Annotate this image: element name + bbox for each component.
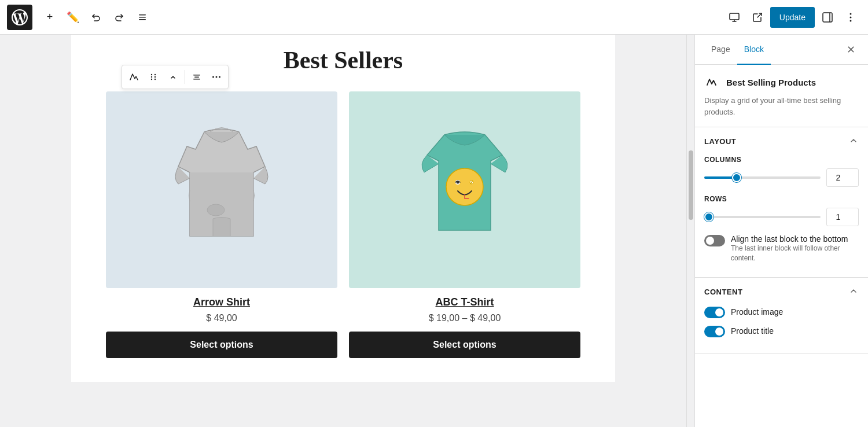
- rows-label: ROWS: [704, 195, 859, 203]
- main-area: Best Sellers: [0, 35, 868, 427]
- external-link-button[interactable]: [747, 7, 768, 28]
- product-image-hoodie: [106, 91, 337, 288]
- wp-logo[interactable]: [7, 5, 32, 30]
- svg-point-8: [151, 74, 152, 75]
- drag-handle-button[interactable]: [144, 68, 163, 86]
- block-desc: Display a grid of your all-time best sel…: [704, 95, 859, 117]
- block-more-button[interactable]: [207, 68, 226, 86]
- scrollbar-thumb: [689, 150, 693, 220]
- svg-point-5: [850, 13, 852, 14]
- undo-button[interactable]: [86, 7, 106, 28]
- columns-number-input[interactable]: 2: [826, 168, 859, 187]
- rows-number-input[interactable]: 1: [826, 208, 859, 226]
- product-image-label: Product image: [731, 307, 783, 316]
- align-toggle-row: Align the last block to the bottom The l…: [704, 234, 859, 263]
- svg-point-6: [850, 16, 852, 18]
- rows-slider-track: [704, 216, 821, 218]
- align-toggle[interactable]: [704, 235, 725, 246]
- add-block-button[interactable]: +: [39, 7, 60, 28]
- align-toggle-sublabel: The last inner block will follow other c…: [731, 244, 859, 263]
- layout-collapse-icon: [848, 135, 859, 148]
- pen-tool-button[interactable]: ✏️: [62, 7, 83, 28]
- editor-area: Best Sellers: [0, 35, 686, 427]
- svg-rect-1: [139, 17, 146, 18]
- svg-point-19: [219, 76, 220, 78]
- product-title-toggle[interactable]: [704, 326, 725, 337]
- rows-slider-row: 1: [704, 208, 859, 226]
- columns-slider-row: 2: [704, 168, 859, 187]
- svg-rect-4: [823, 13, 832, 22]
- svg-point-18: [216, 76, 218, 78]
- svg-point-12: [155, 76, 156, 78]
- more-options-button[interactable]: [840, 7, 861, 28]
- product-image-toggle-slider: [704, 307, 725, 318]
- panel-close-button[interactable]: ✕: [843, 42, 859, 58]
- redo-button[interactable]: [109, 7, 130, 28]
- product-title-toggle-slider: [704, 326, 725, 337]
- align-label-wrap: Align the last block to the bottom The l…: [731, 234, 859, 263]
- svg-point-10: [151, 79, 152, 80]
- product-card: ABC T-Shirt $ 19,00 – $ 49,00 Select opt…: [349, 91, 580, 358]
- svg-point-21: [446, 168, 483, 205]
- block-title: Best Selling Products: [726, 78, 816, 87]
- right-panel: Page Block ✕ Best Selling Products Displ…: [694, 35, 868, 427]
- content-collapse-icon: [848, 286, 859, 298]
- svg-rect-15: [194, 77, 199, 78]
- block-info-header: Best Selling Products: [704, 74, 859, 90]
- sidebar-toggle-button[interactable]: [817, 7, 838, 28]
- update-button[interactable]: Update: [770, 7, 815, 28]
- layout-section-title: Layout: [704, 137, 736, 146]
- product-price-1: $ 49,00: [206, 313, 237, 323]
- tab-block[interactable]: Block: [737, 35, 771, 65]
- product-title-1: Arrow Shirt: [193, 296, 250, 308]
- product-title-label: Product title: [731, 326, 774, 336]
- block-toolbar: [122, 65, 229, 89]
- svg-point-20: [207, 204, 225, 216]
- product-price-2: $ 19,00 – $ 49,00: [429, 313, 501, 323]
- tab-page[interactable]: Page: [704, 35, 737, 65]
- desktop-view-button[interactable]: [724, 7, 745, 28]
- select-options-btn-1[interactable]: Select options: [106, 332, 337, 358]
- columns-slider-wrap: [704, 172, 821, 183]
- columns-label: COLUMNS: [704, 156, 859, 164]
- content-section-title: Content: [704, 288, 742, 296]
- svg-point-17: [212, 76, 214, 78]
- block-type-button[interactable]: [124, 68, 143, 86]
- align-center-button[interactable]: [187, 68, 206, 86]
- product-image-row: Product image: [704, 306, 859, 318]
- content-section-header[interactable]: Content: [695, 278, 868, 306]
- products-grid: Arrow Shirt $ 49,00 Select options: [71, 80, 615, 370]
- product-title-row: Product title: [704, 325, 859, 337]
- svg-rect-2: [139, 19, 146, 20]
- toolbar-right: Update: [724, 7, 861, 28]
- align-toggle-slider: [704, 235, 725, 246]
- layout-section-header[interactable]: Layout: [695, 127, 868, 156]
- list-view-button[interactable]: [132, 7, 153, 28]
- product-image-tshirt: [349, 91, 580, 288]
- svg-point-7: [850, 20, 852, 21]
- svg-point-9: [151, 76, 152, 78]
- layout-section: Layout COLUMNS 2: [695, 127, 868, 278]
- svg-point-13: [155, 79, 156, 80]
- svg-rect-0: [139, 14, 146, 16]
- product-title-2: ABC T-Shirt: [436, 296, 494, 308]
- content-section-body: Product image Product title: [695, 306, 868, 354]
- rows-slider-thumb[interactable]: [704, 212, 713, 222]
- panel-header: Page Block ✕: [695, 35, 868, 65]
- svg-rect-16: [193, 79, 200, 80]
- rows-slider-wrap: [704, 211, 821, 223]
- select-options-btn-2[interactable]: Select options: [349, 332, 580, 358]
- columns-slider-track: [704, 176, 821, 179]
- editor-scrollbar[interactable]: [686, 35, 694, 427]
- layout-section-body: COLUMNS 2 ROWS: [695, 156, 868, 277]
- columns-slider-thumb[interactable]: [732, 173, 741, 182]
- block-toolbar-separator: [185, 70, 185, 84]
- move-up-button[interactable]: [164, 68, 182, 86]
- svg-rect-14: [193, 75, 200, 76]
- svg-rect-3: [730, 13, 739, 20]
- block-info-icon: [704, 74, 720, 90]
- main-toolbar: + ✏️ Update: [0, 0, 868, 35]
- product-image-toggle[interactable]: [704, 307, 725, 318]
- block-info: Best Selling Products Display a grid of …: [695, 65, 868, 127]
- svg-point-11: [155, 74, 156, 75]
